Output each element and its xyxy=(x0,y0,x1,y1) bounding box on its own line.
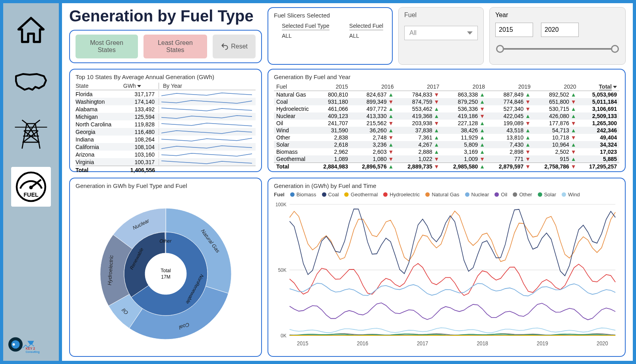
fy-col-header[interactable]: 2019 xyxy=(487,83,533,91)
year-from-input[interactable] xyxy=(495,23,533,37)
table-row[interactable]: Georgia116,480 xyxy=(76,128,256,136)
svg-text:Total: Total xyxy=(161,268,171,273)
fy-cell: 915 ▲ xyxy=(533,155,579,163)
svg-text:Consulting: Consulting xyxy=(26,350,40,354)
fy-cell: 824,637 ▲ xyxy=(351,91,396,99)
col-state[interactable]: State xyxy=(76,83,123,89)
fy-row-total: 3,106,691 xyxy=(579,105,619,112)
table-row[interactable]: Geothermal1,089 1,080 ▼1,022 ▼1,009 ▼771… xyxy=(274,155,619,163)
donut-chart[interactable]: Natural GasCoalOilHydroelectricNuclearNo… xyxy=(90,200,241,343)
fy-col-header[interactable]: 2018 xyxy=(442,83,487,91)
slider-handle-right[interactable] xyxy=(611,45,619,53)
fy-cell: 887,849 ▲ xyxy=(487,91,533,99)
legend-item[interactable]: Solar xyxy=(538,192,556,197)
year-slider[interactable] xyxy=(495,44,620,54)
fy-cell: 7,430 ▲ xyxy=(487,141,533,148)
legend-item[interactable]: Coal xyxy=(322,192,339,197)
legend-item[interactable]: Nuclear xyxy=(465,192,489,197)
fuel-gauge-icon: FUEL xyxy=(13,169,49,205)
fuel-name: Nuclear xyxy=(274,112,314,120)
slicer-col2-value: ALL xyxy=(349,30,384,39)
fy-cell: 931,180 xyxy=(314,98,351,105)
fy-cell: 54,713 ▲ xyxy=(533,127,579,134)
table-row[interactable]: California108,104 xyxy=(76,143,256,151)
table-row[interactable]: Arizona103,160 xyxy=(76,151,256,158)
svg-point-16 xyxy=(145,253,186,294)
legend-item[interactable]: Hydroelectric xyxy=(383,192,420,197)
fuel-name: Oil xyxy=(274,120,314,127)
state-gwh: 108,264 xyxy=(123,136,159,143)
table-row[interactable]: Indiana108,264 xyxy=(76,136,256,143)
fy-cell: 2,603 ▼ xyxy=(351,148,396,155)
fuel-name: Hydroelectric xyxy=(274,105,314,112)
col-gwh[interactable]: GWh xyxy=(123,83,159,89)
state-gwh: 116,480 xyxy=(123,129,159,135)
table-row[interactable]: Biomass2,962 2,603 ▼2,888 ▲3,169 ▲2,898 … xyxy=(274,148,619,155)
state-gwh: 103,160 xyxy=(123,151,159,158)
most-green-button[interactable]: Most Green States xyxy=(76,35,138,58)
reset-button[interactable]: Reset xyxy=(213,35,256,58)
legend-item[interactable]: Natural Gas xyxy=(425,192,459,197)
fy-cell: 199,089 ▼ xyxy=(487,120,533,127)
table-row[interactable]: Other2,838 2,748 ▼7,361 ▲11,929 ▲13,810 … xyxy=(274,134,619,141)
table-row[interactable]: Michigan125,594 xyxy=(76,113,256,120)
fy-col-header[interactable]: 2015 xyxy=(314,83,351,91)
svg-text:2017: 2017 xyxy=(417,340,429,347)
nav-states[interactable] xyxy=(11,62,51,102)
svg-text:Other: Other xyxy=(159,238,172,244)
table-row[interactable]: Florida317,177 xyxy=(76,90,256,98)
sidebar: FUEL KEY 2 Consulting xyxy=(3,3,59,361)
table-row[interactable]: Nuclear409,123 413,330 ▲419,368 ▲419,186… xyxy=(274,112,619,120)
sparkline xyxy=(159,91,256,97)
fy-col-header[interactable]: 2020 xyxy=(533,83,579,91)
fy-cell: 2,502 ▼ xyxy=(533,148,579,155)
legend-item[interactable]: Geothermal xyxy=(344,192,378,197)
sparkline xyxy=(159,113,256,120)
table-row[interactable]: Solar2,618 3,236 ▲4,267 ▲5,809 ▲7,430 ▲1… xyxy=(274,141,619,148)
table-row[interactable]: Oil241,707 215,562 ▼203,938 ▼227,128 ▲19… xyxy=(274,120,619,127)
svg-text:2015: 2015 xyxy=(297,340,308,347)
table-row[interactable]: Wind31,590 36,260 ▲37,838 ▲38,426 ▲43,51… xyxy=(274,127,619,134)
table-row[interactable]: Alabama133,492 xyxy=(76,105,256,113)
year-to-input[interactable] xyxy=(541,23,579,37)
fy-col-header[interactable]: 2017 xyxy=(396,83,442,91)
table-row[interactable]: Washington174,140 xyxy=(76,98,256,105)
slider-handle-left[interactable] xyxy=(496,45,504,53)
legend-item[interactable]: Other xyxy=(513,192,532,197)
fy-cell: 10,718 ▼ xyxy=(533,134,579,141)
fuel-filter-card: Fuel All xyxy=(398,7,484,65)
fy-col-header[interactable]: 2016 xyxy=(351,83,396,91)
line-chart[interactable]: 0K50K100K201520162017201820192020 xyxy=(274,200,619,348)
fuel-dropdown[interactable]: All xyxy=(404,26,478,40)
fy-cell: 2,962 xyxy=(314,148,351,155)
fy-cell: 527,340 ▼ xyxy=(487,105,533,112)
donut-title: Generation in GWh by Fuel Type and Fuel xyxy=(76,182,256,189)
fy-cell: 771 ▼ xyxy=(487,155,533,163)
fy-col-header[interactable]: Fuel xyxy=(274,83,314,91)
nav-home[interactable] xyxy=(11,10,51,49)
table-row[interactable]: Natural Gas800,810 824,637 ▲784,833 ▼863… xyxy=(274,91,619,99)
fy-col-header[interactable]: Total xyxy=(579,83,619,91)
table-row[interactable]: Hydroelectric461,066 497,772 ▲553,462 ▲5… xyxy=(274,105,619,112)
fy-cell: 227,128 ▲ xyxy=(442,120,487,127)
top-states-title: Top 10 States By Average Annual Generati… xyxy=(76,74,256,80)
fy-cell: 31,590 xyxy=(314,127,351,134)
table-row[interactable]: Virginia100,317 xyxy=(76,158,256,166)
fy-cell: 177,876 ▼ xyxy=(533,120,579,127)
table-row[interactable]: North Carolina119,828 xyxy=(76,120,256,128)
table-row[interactable]: Coal931,180 899,349 ▼874,759 ▼879,250 ▲7… xyxy=(274,98,619,105)
sparkline xyxy=(159,151,256,158)
fy-cell: 1,089 xyxy=(314,155,351,163)
svg-text:2016: 2016 xyxy=(357,340,368,347)
legend-item[interactable]: Wind xyxy=(562,192,580,197)
legend-item[interactable]: Oil xyxy=(494,192,507,197)
svg-text:2018: 2018 xyxy=(477,340,488,347)
col-byyear[interactable]: By Year xyxy=(159,83,256,89)
legend-item[interactable]: Biomass xyxy=(290,192,316,197)
fy-cell: 409,123 xyxy=(314,112,351,120)
nav-fuel[interactable]: FUEL xyxy=(11,167,51,207)
nav-transmission[interactable] xyxy=(11,114,51,154)
svg-text:FUEL: FUEL xyxy=(23,192,39,198)
svg-text:50K: 50K xyxy=(278,267,287,273)
least-green-button[interactable]: Least Green States xyxy=(143,35,207,58)
